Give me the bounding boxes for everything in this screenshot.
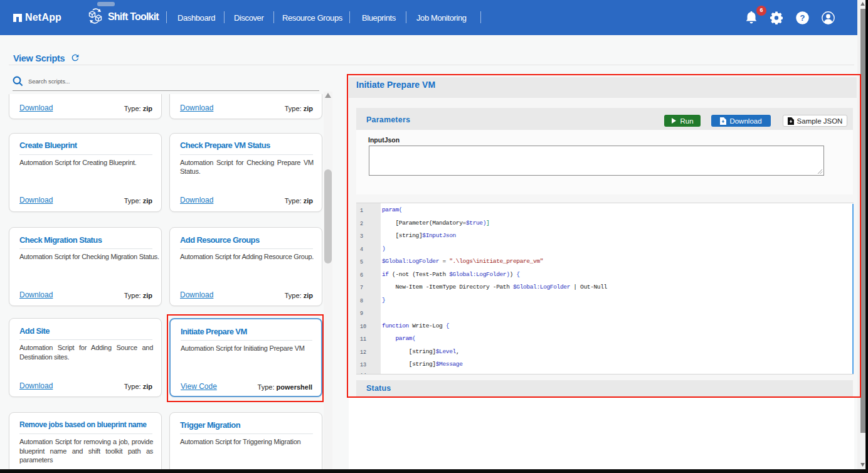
svg-text:?: ? <box>800 13 805 23</box>
